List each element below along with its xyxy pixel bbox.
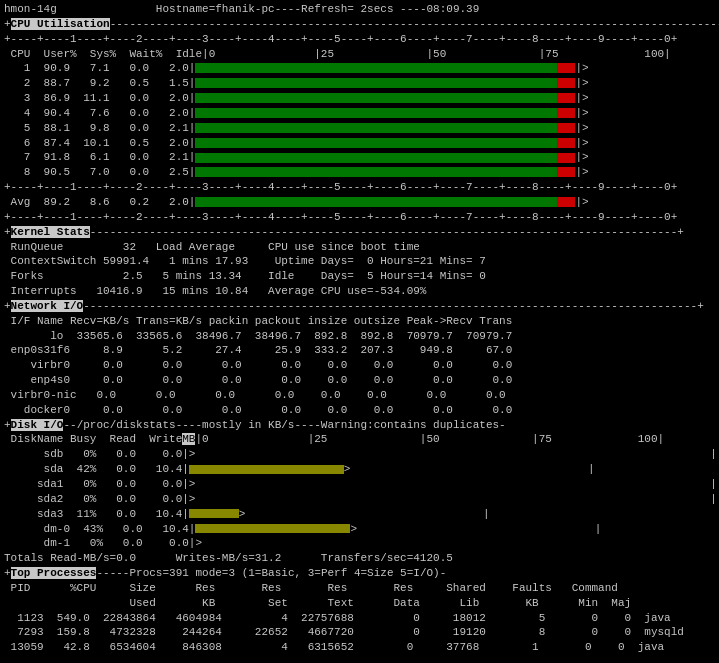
- disk-row-dm0: dm-0 43% 0.0 10.4|> |: [4, 522, 715, 537]
- net-row-enp0s31f6: enp0s31f6 8.9 5.2 27.4 25.9 333.2 207.3 …: [4, 343, 715, 358]
- cpu-avg-row: Avg 89.2 8.6 0.2 2.0||>: [4, 195, 715, 210]
- top-col-header2: Used KB Set Text Data Lib KB Min Maj: [4, 596, 715, 611]
- cpu-row-5: 5 88.1 9.8 0.0 2.1||>: [4, 121, 715, 136]
- disk-col-header: DiskName Busy Read WriteMB|0 |25 |50 |75…: [4, 432, 715, 447]
- net-row-enp4s0: enp4s0 0.0 0.0 0.0 0.0 0.0 0.0 0.0 0.0: [4, 373, 715, 388]
- top-row-3: 13059 42.8 6534604 846308 4 6315652 0 37…: [4, 640, 715, 655]
- top-row-1: 1123 549.0 22843864 4604984 4 22757688 0…: [4, 611, 715, 626]
- kernel-row-2: ContextSwitch 59991.4 1 mins 17.93 Uptim…: [4, 254, 715, 269]
- network-header: +Network I/O----------------------------…: [4, 299, 715, 314]
- time: 08:09.39: [427, 3, 480, 15]
- disk-totals: Totals Read-MB/s=0.0 Writes-MB/s=31.2 Tr…: [4, 551, 715, 566]
- cpu-section: +CPU Utilisation------------------------…: [4, 17, 715, 225]
- cpu-section-header: +CPU Utilisation------------------------…: [4, 17, 715, 32]
- kernel-section: +Kernel Stats---------------------------…: [4, 225, 715, 299]
- disk-subtitle: /proc/diskstats----mostly in KB/s----War…: [77, 419, 506, 431]
- disk-row-sdb: sdb 0% 0.0 0.0|> |: [4, 447, 715, 462]
- cpu-row-3: 3 86.9 11.1 0.0 2.0||>: [4, 91, 715, 106]
- refresh: Refresh= 2secs: [301, 3, 393, 15]
- top-row-2: 7293 159.8 4732328 244264 22652 4667720 …: [4, 625, 715, 640]
- net-row-docker0: docker0 0.0 0.0 0.0 0.0 0.0 0.0 0.0 0.0: [4, 403, 715, 418]
- kernel-header: +Kernel Stats---------------------------…: [4, 225, 715, 240]
- disk-row-sda: sda 42% 0.0 10.4|> |: [4, 462, 715, 477]
- cpu-divider: +----+----1----+----2----+----3----+----…: [4, 32, 715, 47]
- cpu-row-7: 7 91.8 6.1 0.0 2.1||>: [4, 150, 715, 165]
- cpu-row-4: 4 90.4 7.6 0.0 2.0||>: [4, 106, 715, 121]
- top-subtitle: Procs=391 mode=3 (1=Basic, 3=Perf 4=Size…: [129, 567, 446, 579]
- hostname-left: hmon-14g: [4, 3, 57, 15]
- disk-section: +Disk I/O--/proc/diskstats----mostly in …: [4, 418, 715, 566]
- cpu-row-8: 8 90.5 7.0 0.0 2.5||>: [4, 165, 715, 180]
- net-row-virbr0nic: virbr0-nic 0.0 0.0 0.0 0.0 0.0 0.0 0.0 0…: [4, 388, 715, 403]
- top-header: +Top Processes-----Procs=391 mode=3 (1=B…: [4, 566, 715, 581]
- main-screen: hmon-14g Hostname=fhanik-pc----Refresh= …: [0, 0, 719, 657]
- kernel-row-4: Interrupts 10416.9 15 mins 10.84 Average…: [4, 284, 715, 299]
- kernel-row-3: Forks 2.5 5 mins 13.34 Idle Days= 5 Hour…: [4, 269, 715, 284]
- network-section: +Network I/O----------------------------…: [4, 299, 715, 418]
- cpu-divider-2: +----+----1----+----2----+----3----+----…: [4, 180, 715, 195]
- top-col-header1: PID %CPU Size Res Res Res Res Shared Fau…: [4, 581, 715, 596]
- cpu-row-6: 6 87.4 10.1 0.5 2.0||>: [4, 136, 715, 151]
- disk-row-sda2: sda2 0% 0.0 0.0|> |: [4, 492, 715, 507]
- disk-row-sda1: sda1 0% 0.0 0.0|> |: [4, 477, 715, 492]
- hostname-center: Hostname=fhanik-pc: [156, 3, 275, 15]
- cpu-row-1: 1 90.9 7.1 0.0 2.0||>: [4, 61, 715, 76]
- net-row-lo: lo 33565.6 33565.6 38496.7 38496.7 892.8…: [4, 329, 715, 344]
- disk-row-sda3: sda3 11% 0.0 10.4|> |: [4, 507, 715, 522]
- kernel-row-1: RunQueue 32 Load Average CPU use since b…: [4, 240, 715, 255]
- top-section: +Top Processes-----Procs=391 mode=3 (1=B…: [4, 566, 715, 655]
- network-col-header: I/F Name Recv=KB/s Trans=KB/s packin pac…: [4, 314, 715, 329]
- cpu-row-2: 2 88.7 9.2 0.5 1.5||>: [4, 76, 715, 91]
- disk-row-dm1: dm-1 0% 0.0 0.0|> |: [4, 536, 715, 551]
- cpu-bottom: +----+----1----+----2----+----3----+----…: [4, 210, 715, 225]
- disk-header: +Disk I/O--/proc/diskstats----mostly in …: [4, 418, 715, 433]
- header-line: hmon-14g Hostname=fhanik-pc----Refresh= …: [4, 2, 715, 17]
- net-row-virbr0: virbr0 0.0 0.0 0.0 0.0 0.0 0.0 0.0 0.0: [4, 358, 715, 373]
- cpu-scale-header: CPU User% Sys% Wait% Idle|0 |25 |50 |75 …: [4, 47, 715, 62]
